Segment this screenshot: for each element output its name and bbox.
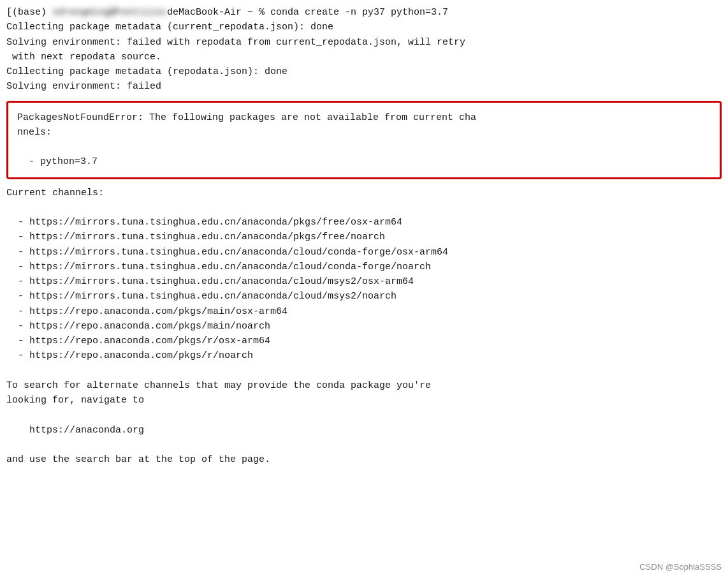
terminal-output: [(base) sdrengming@FontiiiscdeMacBook-Ai…	[6, 5, 722, 467]
search-line-1: To search for alternate channels that ma…	[6, 378, 722, 393]
solving-failed-line: Solving environment: failed	[6, 79, 722, 94]
channel-item: - https://mirrors.tuna.tsinghua.edu.cn/a…	[6, 245, 722, 260]
solving-env-failed-line: Solving environment: failed with repodat…	[6, 35, 722, 50]
error-box: PackagesNotFoundError: The following pac…	[6, 101, 722, 179]
search-blank-1	[6, 408, 722, 422]
channel-item: - https://mirrors.tuna.tsinghua.edu.cn/a…	[6, 260, 722, 274]
blank-after-channels	[6, 364, 722, 378]
channel-item: - https://mirrors.tuna.tsinghua.edu.cn/a…	[6, 289, 722, 304]
collecting-repodata-line: Collecting package metadata (repodata.js…	[6, 64, 722, 79]
channel-item: - https://repo.anaconda.com/pkgs/main/os…	[6, 304, 722, 319]
error-line-4: - python=3.7	[17, 154, 711, 169]
channel-item: - https://repo.anaconda.com/pkgs/main/no…	[6, 319, 722, 334]
retry-line: with next repodata source.	[6, 50, 722, 64]
channel-item: - https://repo.anaconda.com/pkgs/r/osx-a…	[6, 334, 722, 348]
line1-prefix: [(base)	[6, 7, 52, 18]
channel-item: - https://mirrors.tuna.tsinghua.edu.cn/a…	[6, 274, 722, 289]
channel-item: - https://mirrors.tuna.tsinghua.edu.cn/a…	[6, 215, 722, 230]
search-line-6: and use the search bar at the top of the…	[6, 452, 722, 467]
channel-item: - https://mirrors.tuna.tsinghua.edu.cn/a…	[6, 230, 722, 244]
channel-list: - https://mirrors.tuna.tsinghua.edu.cn/a…	[6, 215, 722, 364]
search-line-2: looking for, navigate to	[6, 393, 722, 408]
error-line-2: nnels:	[17, 125, 711, 140]
error-line-3	[17, 140, 711, 154]
search-blank-2	[6, 438, 722, 452]
channels-header: Current channels:	[6, 186, 722, 200]
anaconda-url: https://anaconda.org	[6, 423, 722, 438]
channels-blank	[6, 200, 722, 215]
collecting-metadata-line: Collecting package metadata (current_rep…	[6, 20, 722, 34]
command-line: [(base) sdrengming@FontiiiscdeMacBook-Ai…	[6, 5, 722, 20]
error-line-1: PackagesNotFoundError: The following pac…	[17, 110, 711, 125]
blurred-username: sdrengming@Fontiiisc	[52, 7, 167, 18]
channel-item: - https://repo.anaconda.com/pkgs/r/noarc…	[6, 348, 722, 363]
watermark: CSDN @SophiaSSSS	[639, 562, 722, 572]
line1-suffix: deMacBook-Air ~ % conda create -n py37 p…	[167, 7, 448, 18]
